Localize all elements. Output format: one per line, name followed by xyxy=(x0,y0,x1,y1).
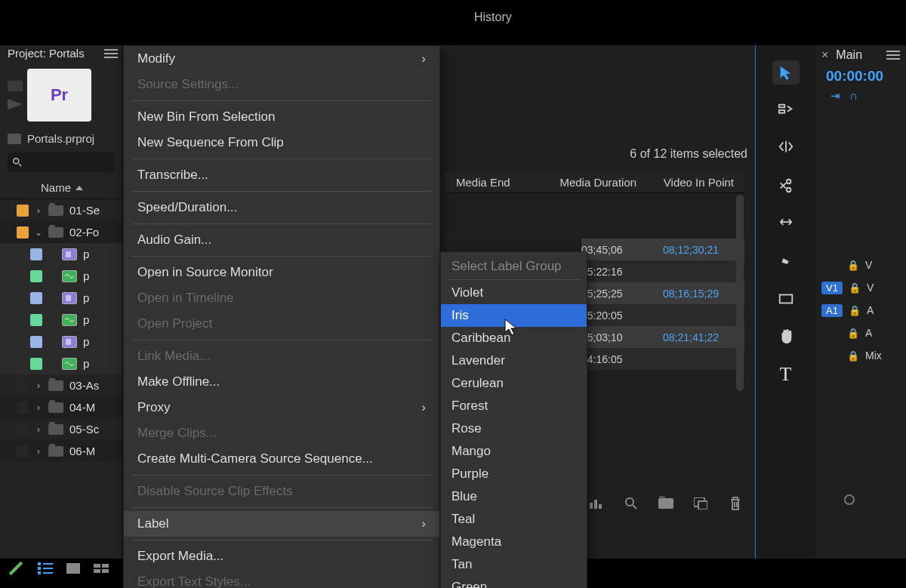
bars-icon[interactable] xyxy=(589,497,604,510)
menu-item[interactable]: Create Multi-Camera Source Sequence... xyxy=(124,446,439,472)
label-color-item[interactable]: Purple xyxy=(441,463,587,485)
new-item-icon[interactable] xyxy=(693,497,708,510)
snap-icon[interactable]: ⇥ xyxy=(830,89,840,103)
selection-tool[interactable] xyxy=(772,60,800,85)
chevron-icon[interactable]: › xyxy=(35,446,42,457)
label-color-item[interactable]: Iris xyxy=(441,304,587,327)
label-color-item[interactable]: Tan xyxy=(441,553,587,576)
magnet-icon[interactable]: ∩ xyxy=(849,89,858,103)
timeline-menu-icon[interactable] xyxy=(886,54,900,56)
type-tool[interactable]: T xyxy=(772,362,800,386)
menu-item[interactable]: Make Offline... xyxy=(124,369,439,395)
menu-item[interactable]: Speed/Duration... xyxy=(124,195,439,220)
track-source-tag[interactable]: A1 xyxy=(821,304,843,317)
bin-row[interactable]: ›05-Sc xyxy=(0,418,122,440)
list-view-icon[interactable] xyxy=(38,562,53,574)
table-row[interactable]: 03;45;0608;12;30;21 xyxy=(581,239,744,260)
freeform-view-icon[interactable] xyxy=(94,563,109,574)
table-row[interactable] xyxy=(581,392,744,414)
track-source-tag[interactable]: V1 xyxy=(821,282,843,294)
bin-row[interactable]: p xyxy=(0,352,122,374)
menu-item[interactable]: Open in Source Monitor xyxy=(124,260,439,285)
menu-item[interactable]: Transcribe... xyxy=(124,162,439,188)
chevron-icon[interactable]: › xyxy=(35,205,42,216)
menu-item[interactable]: Proxy› xyxy=(124,395,439,420)
table-row[interactable] xyxy=(581,436,744,457)
label-color-item[interactable]: Magenta xyxy=(441,531,587,553)
razor-tool[interactable] xyxy=(772,174,800,198)
project-file-row[interactable]: Portals.prproj xyxy=(0,129,122,148)
bin-row[interactable]: ›03-As xyxy=(0,374,122,396)
close-icon[interactable]: × xyxy=(821,48,828,62)
timecode[interactable]: 00:00:00 xyxy=(815,65,906,89)
new-bin-icon[interactable] xyxy=(658,497,673,510)
track-header[interactable]: 🔒Mix xyxy=(815,344,906,367)
menu-item[interactable]: New Sequence From Clip xyxy=(124,130,439,155)
label-color-item[interactable]: Cerulean xyxy=(441,372,587,395)
col-video-in[interactable]: Video In Point xyxy=(653,176,744,189)
rectangle-tool[interactable] xyxy=(772,287,800,311)
lock-icon[interactable]: 🔒 xyxy=(847,350,859,362)
table-header[interactable]: Name xyxy=(0,177,122,199)
hand-tool[interactable] xyxy=(772,325,800,349)
table-row[interactable]: 05:22:16 xyxy=(581,260,744,282)
bin-row[interactable]: ›04-M xyxy=(0,396,122,418)
table-row[interactable]: 05;25;2508;16;15;29 xyxy=(581,282,744,304)
menu-item[interactable]: New Bin From Selection xyxy=(124,104,439,130)
label-color-item[interactable]: Forest xyxy=(441,395,587,417)
chevron-icon[interactable]: ⌄ xyxy=(35,227,42,238)
col-media-duration[interactable]: Media Duration xyxy=(549,176,652,189)
bin-row[interactable]: p xyxy=(0,287,122,309)
table-row[interactable]: 04:16:05 xyxy=(581,348,744,370)
history-panel-label[interactable]: History xyxy=(474,11,512,24)
track-header[interactable]: 🔒A xyxy=(815,322,906,344)
label-color-item[interactable]: Lavender xyxy=(441,349,587,372)
search-icon[interactable] xyxy=(624,497,639,510)
label-color-item[interactable]: Violet xyxy=(441,282,587,304)
bin-row[interactable]: p xyxy=(0,309,122,331)
lock-icon[interactable]: 🔒 xyxy=(849,305,861,316)
table-row[interactable] xyxy=(581,370,744,392)
track-select-forward-tool[interactable] xyxy=(772,98,800,122)
ripple-edit-tool[interactable] xyxy=(772,136,800,160)
panel-menu-icon[interactable] xyxy=(104,53,118,54)
track-header[interactable]: 🔒V xyxy=(815,254,906,276)
bin-row[interactable]: p xyxy=(0,265,122,287)
bin-row[interactable]: ›01-Se xyxy=(0,199,122,221)
slip-tool[interactable] xyxy=(772,211,800,236)
bin-row[interactable]: p xyxy=(0,243,122,265)
table-row[interactable]: 05;03;1008;21;41;22 xyxy=(581,326,744,348)
search-input[interactable] xyxy=(8,152,115,172)
menu-item[interactable]: Export Media... xyxy=(124,543,439,569)
track-header[interactable]: A1🔒A xyxy=(815,299,906,322)
lock-icon[interactable]: 🔒 xyxy=(847,260,859,271)
label-color-item[interactable]: Blue xyxy=(441,485,587,508)
col-media-end[interactable]: Media End xyxy=(445,176,549,189)
menu-item[interactable]: Audio Gain... xyxy=(124,227,439,253)
track-header[interactable]: V1🔒V xyxy=(815,276,906,299)
label-color-item[interactable]: Rose xyxy=(441,417,587,440)
play-icon[interactable] xyxy=(8,99,23,109)
timeline-tab[interactable]: × Main xyxy=(815,45,906,65)
label-color-item[interactable]: Caribbean xyxy=(441,327,587,349)
menu-item[interactable]: Label› xyxy=(124,511,439,537)
label-color-item[interactable]: Teal xyxy=(441,508,587,531)
vertical-scrollbar[interactable] xyxy=(736,195,744,391)
label-color-item[interactable]: Mango xyxy=(441,440,587,463)
lock-icon[interactable]: 🔒 xyxy=(847,328,859,339)
pencil-icon[interactable] xyxy=(9,562,23,575)
bin-row[interactable]: ›06-M xyxy=(0,440,122,462)
chevron-icon[interactable]: › xyxy=(35,402,42,413)
submenu-header[interactable]: Select Label Group xyxy=(441,255,587,278)
icon-view-icon[interactable] xyxy=(66,563,80,574)
bin-row[interactable]: ⌄02-Fo xyxy=(0,221,122,243)
chevron-icon[interactable]: › xyxy=(35,424,42,435)
pen-tool[interactable] xyxy=(772,249,800,273)
table-row[interactable] xyxy=(581,414,744,436)
trash-icon[interactable] xyxy=(728,497,743,510)
camera-icon[interactable] xyxy=(8,81,23,91)
label-color-item[interactable]: Green xyxy=(441,576,587,588)
zoom-scroll-handle[interactable] xyxy=(844,494,855,505)
chevron-icon[interactable]: › xyxy=(35,380,42,391)
menu-item[interactable]: Modify› xyxy=(124,46,439,72)
